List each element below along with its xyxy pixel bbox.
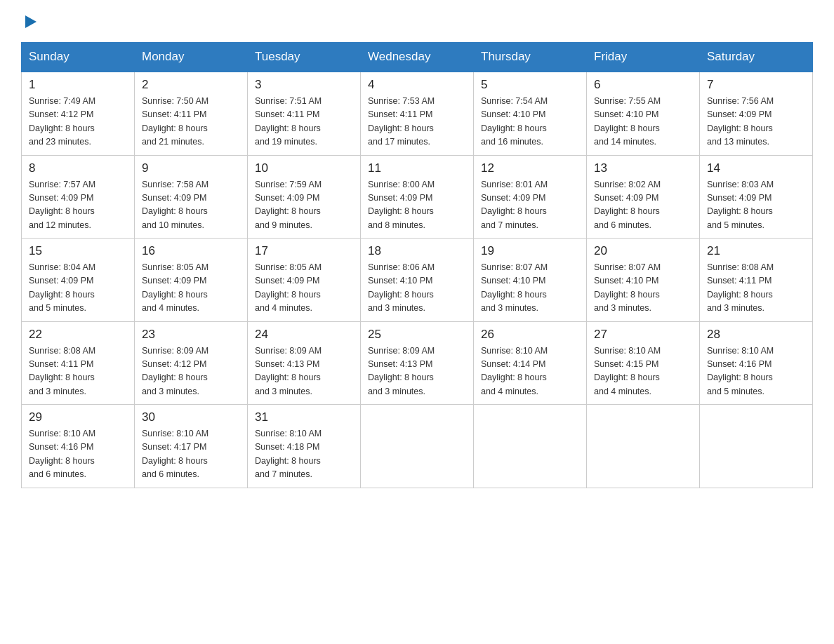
calendar-header-row: SundayMondayTuesdayWednesdayThursdayFrid…	[22, 43, 813, 72]
calendar-cell: 30Sunrise: 8:10 AMSunset: 4:17 PMDayligh…	[135, 405, 248, 488]
day-number: 17	[255, 244, 353, 258]
day-info: Sunrise: 7:49 AMSunset: 4:12 PMDaylight:…	[29, 95, 127, 149]
day-info: Sunrise: 7:59 AMSunset: 4:09 PMDaylight:…	[255, 178, 353, 233]
day-info: Sunrise: 8:09 AMSunset: 4:12 PMDaylight:…	[142, 344, 240, 399]
day-info: Sunrise: 7:57 AMSunset: 4:09 PMDaylight:…	[29, 178, 127, 233]
calendar-cell: 11Sunrise: 8:00 AMSunset: 4:09 PMDayligh…	[361, 155, 474, 239]
logo-triangle-icon	[22, 14, 38, 29]
day-number: 5	[481, 78, 579, 92]
day-info: Sunrise: 8:08 AMSunset: 4:11 PMDaylight:…	[707, 261, 805, 316]
calendar-week-row: 8Sunrise: 7:57 AMSunset: 4:09 PMDaylight…	[22, 155, 813, 239]
weekday-header: Tuesday	[248, 43, 361, 72]
calendar-week-row: 22Sunrise: 8:08 AMSunset: 4:11 PMDayligh…	[22, 321, 813, 405]
calendar-cell: 25Sunrise: 8:09 AMSunset: 4:13 PMDayligh…	[361, 321, 474, 405]
weekday-header: Friday	[587, 43, 700, 72]
calendar-cell: 7Sunrise: 7:56 AMSunset: 4:09 PMDaylight…	[700, 72, 813, 155]
day-number: 31	[255, 410, 353, 424]
calendar-table: SundayMondayTuesdayWednesdayThursdayFrid…	[21, 42, 813, 488]
day-info: Sunrise: 8:07 AMSunset: 4:10 PMDaylight:…	[594, 261, 692, 316]
day-info: Sunrise: 7:53 AMSunset: 4:11 PMDaylight:…	[368, 95, 466, 149]
calendar-cell	[587, 405, 700, 488]
day-info: Sunrise: 8:08 AMSunset: 4:11 PMDaylight:…	[29, 344, 127, 399]
calendar-week-row: 29Sunrise: 8:10 AMSunset: 4:16 PMDayligh…	[22, 405, 813, 488]
day-info: Sunrise: 8:10 AMSunset: 4:14 PMDaylight:…	[481, 344, 579, 399]
day-number: 4	[368, 78, 466, 92]
day-info: Sunrise: 7:54 AMSunset: 4:10 PMDaylight:…	[481, 95, 579, 149]
svg-marker-0	[25, 15, 37, 28]
calendar-cell: 3Sunrise: 7:51 AMSunset: 4:11 PMDaylight…	[248, 72, 361, 155]
day-number: 13	[594, 161, 692, 175]
day-number: 22	[29, 328, 127, 342]
logo	[21, 14, 38, 29]
day-number: 18	[368, 244, 466, 258]
calendar-cell: 9Sunrise: 7:58 AMSunset: 4:09 PMDaylight…	[135, 155, 248, 239]
day-number: 6	[594, 78, 692, 92]
calendar-cell: 31Sunrise: 8:10 AMSunset: 4:18 PMDayligh…	[248, 405, 361, 488]
day-number: 28	[707, 328, 805, 342]
day-number: 23	[142, 328, 240, 342]
day-info: Sunrise: 8:07 AMSunset: 4:10 PMDaylight:…	[481, 261, 579, 316]
calendar-cell: 14Sunrise: 8:03 AMSunset: 4:09 PMDayligh…	[700, 155, 813, 239]
calendar-cell: 6Sunrise: 7:55 AMSunset: 4:10 PMDaylight…	[587, 72, 700, 155]
calendar-cell: 5Sunrise: 7:54 AMSunset: 4:10 PMDaylight…	[474, 72, 587, 155]
calendar-cell: 18Sunrise: 8:06 AMSunset: 4:10 PMDayligh…	[361, 239, 474, 322]
calendar-cell: 21Sunrise: 8:08 AMSunset: 4:11 PMDayligh…	[700, 239, 813, 322]
weekday-header: Sunday	[22, 43, 135, 72]
weekday-header: Wednesday	[361, 43, 474, 72]
day-number: 15	[29, 244, 127, 258]
weekday-header: Saturday	[700, 43, 813, 72]
calendar-cell: 22Sunrise: 8:08 AMSunset: 4:11 PMDayligh…	[22, 321, 135, 405]
day-number: 24	[255, 328, 353, 342]
weekday-header: Thursday	[474, 43, 587, 72]
day-number: 7	[707, 78, 805, 92]
day-number: 10	[255, 161, 353, 175]
calendar-cell: 17Sunrise: 8:05 AMSunset: 4:09 PMDayligh…	[248, 239, 361, 322]
day-number: 30	[142, 410, 240, 424]
calendar-cell: 29Sunrise: 8:10 AMSunset: 4:16 PMDayligh…	[22, 405, 135, 488]
page-header	[21, 14, 813, 29]
day-number: 2	[142, 78, 240, 92]
calendar-cell: 16Sunrise: 8:05 AMSunset: 4:09 PMDayligh…	[135, 239, 248, 322]
calendar-cell: 4Sunrise: 7:53 AMSunset: 4:11 PMDaylight…	[361, 72, 474, 155]
day-number: 9	[142, 161, 240, 175]
day-info: Sunrise: 8:10 AMSunset: 4:15 PMDaylight:…	[594, 344, 692, 399]
day-number: 1	[29, 78, 127, 92]
day-info: Sunrise: 7:58 AMSunset: 4:09 PMDaylight:…	[142, 178, 240, 233]
day-info: Sunrise: 8:06 AMSunset: 4:10 PMDaylight:…	[368, 261, 466, 316]
day-info: Sunrise: 8:10 AMSunset: 4:18 PMDaylight:…	[255, 427, 353, 482]
calendar-cell: 20Sunrise: 8:07 AMSunset: 4:10 PMDayligh…	[587, 239, 700, 322]
calendar-cell: 27Sunrise: 8:10 AMSunset: 4:15 PMDayligh…	[587, 321, 700, 405]
calendar-cell: 23Sunrise: 8:09 AMSunset: 4:12 PMDayligh…	[135, 321, 248, 405]
calendar-cell: 1Sunrise: 7:49 AMSunset: 4:12 PMDaylight…	[22, 72, 135, 155]
calendar-cell: 26Sunrise: 8:10 AMSunset: 4:14 PMDayligh…	[474, 321, 587, 405]
day-info: Sunrise: 7:51 AMSunset: 4:11 PMDaylight:…	[255, 95, 353, 149]
calendar-cell: 8Sunrise: 7:57 AMSunset: 4:09 PMDaylight…	[22, 155, 135, 239]
day-info: Sunrise: 8:10 AMSunset: 4:17 PMDaylight:…	[142, 427, 240, 482]
day-number: 12	[481, 161, 579, 175]
day-info: Sunrise: 8:05 AMSunset: 4:09 PMDaylight:…	[255, 261, 353, 316]
calendar-cell: 19Sunrise: 8:07 AMSunset: 4:10 PMDayligh…	[474, 239, 587, 322]
calendar-week-row: 15Sunrise: 8:04 AMSunset: 4:09 PMDayligh…	[22, 239, 813, 322]
calendar-cell: 2Sunrise: 7:50 AMSunset: 4:11 PMDaylight…	[135, 72, 248, 155]
day-info: Sunrise: 7:55 AMSunset: 4:10 PMDaylight:…	[594, 95, 692, 149]
day-info: Sunrise: 8:10 AMSunset: 4:16 PMDaylight:…	[29, 427, 127, 482]
day-number: 26	[481, 328, 579, 342]
day-info: Sunrise: 8:01 AMSunset: 4:09 PMDaylight:…	[481, 178, 579, 233]
calendar-cell	[700, 405, 813, 488]
calendar-cell	[474, 405, 587, 488]
day-info: Sunrise: 8:03 AMSunset: 4:09 PMDaylight:…	[707, 178, 805, 233]
day-info: Sunrise: 8:10 AMSunset: 4:16 PMDaylight:…	[707, 344, 805, 399]
day-info: Sunrise: 8:02 AMSunset: 4:09 PMDaylight:…	[594, 178, 692, 233]
day-info: Sunrise: 8:05 AMSunset: 4:09 PMDaylight:…	[142, 261, 240, 316]
day-number: 19	[481, 244, 579, 258]
day-number: 16	[142, 244, 240, 258]
day-info: Sunrise: 8:00 AMSunset: 4:09 PMDaylight:…	[368, 178, 466, 233]
day-number: 21	[707, 244, 805, 258]
calendar-cell	[361, 405, 474, 488]
calendar-cell: 28Sunrise: 8:10 AMSunset: 4:16 PMDayligh…	[700, 321, 813, 405]
day-number: 3	[255, 78, 353, 92]
calendar-cell: 15Sunrise: 8:04 AMSunset: 4:09 PMDayligh…	[22, 239, 135, 322]
day-info: Sunrise: 8:04 AMSunset: 4:09 PMDaylight:…	[29, 261, 127, 316]
day-info: Sunrise: 7:56 AMSunset: 4:09 PMDaylight:…	[707, 95, 805, 149]
day-info: Sunrise: 7:50 AMSunset: 4:11 PMDaylight:…	[142, 95, 240, 149]
